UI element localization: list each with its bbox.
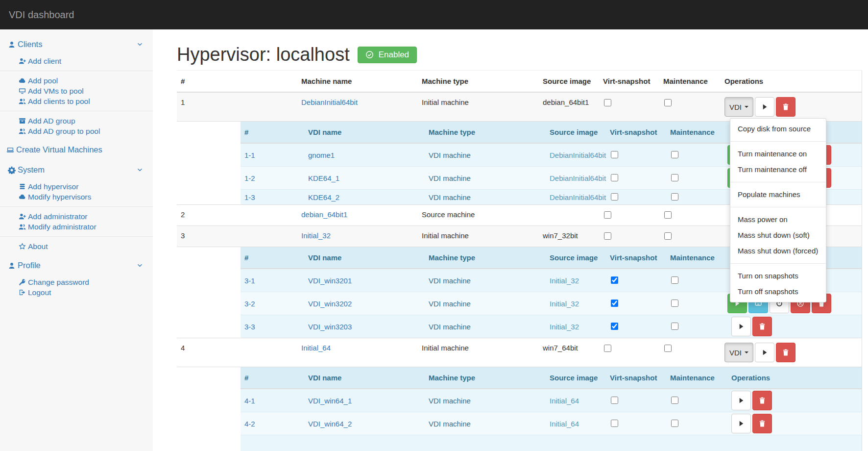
sidebar-item-add-client[interactable]: Add client bbox=[0, 56, 153, 66]
virt-snapshot-checkbox[interactable] bbox=[604, 211, 611, 219]
vdi-source-image-link[interactable]: DebianInitial64bit bbox=[550, 151, 606, 159]
vdi-source-image-link[interactable]: DebianInitial64bit bbox=[550, 193, 606, 201]
sidebar-item-logout[interactable]: Logout bbox=[0, 287, 153, 298]
delete-button[interactable] bbox=[776, 343, 796, 362]
maintenance-checkbox[interactable] bbox=[671, 174, 678, 181]
machine-num: 2 bbox=[177, 205, 297, 226]
machine-name-link[interactable]: Initial_64 bbox=[301, 344, 331, 352]
vdi-name-link[interactable]: KDE64_2 bbox=[308, 193, 339, 201]
delete-button[interactable] bbox=[752, 414, 772, 433]
sidebar-item-add-administrator[interactable]: Add administrator bbox=[0, 211, 153, 222]
vdi-name-link[interactable]: VDI_win3202 bbox=[308, 300, 352, 308]
start-button[interactable] bbox=[731, 414, 751, 433]
status-badge[interactable]: Enabled bbox=[358, 47, 417, 63]
maintenance-checkbox[interactable] bbox=[671, 420, 678, 427]
menu-item-populate-machines[interactable]: Populate machines bbox=[730, 187, 826, 202]
vdi-dropdown-button[interactable]: VDI bbox=[724, 97, 753, 117]
maintenance-checkbox[interactable] bbox=[664, 232, 672, 240]
vdi-source-image-link[interactable]: Initial_32 bbox=[550, 276, 579, 285]
vdi-table-header-row: #VDI nameMachine typeSource imageVirt-sn… bbox=[241, 367, 862, 389]
menu-item-turn-off-snapshots[interactable]: Turn off snapshots bbox=[730, 284, 826, 300]
sidebar-item-system[interactable]: System bbox=[0, 164, 153, 176]
maintenance-checkbox[interactable] bbox=[671, 193, 678, 200]
vdi-source-image-link[interactable]: Initial_64 bbox=[550, 420, 579, 428]
vdi-num-link[interactable]: 3-2 bbox=[244, 300, 255, 308]
vdi-source-image-link[interactable]: DebianInitial64bit bbox=[550, 174, 606, 182]
vdi-dropdown-button[interactable]: VDI bbox=[724, 343, 753, 362]
menu-item-mass-shut-down-soft[interactable]: Mass shut down (soft) bbox=[730, 227, 826, 243]
maintenance-checkbox[interactable] bbox=[664, 211, 672, 219]
vdi-name-link[interactable]: gnome1 bbox=[308, 151, 335, 159]
sidebar-item-modify-hypervisors[interactable]: Modify hypervisors bbox=[0, 192, 153, 202]
machine-name-link[interactable]: Initial_32 bbox=[301, 231, 331, 240]
sidebar-item-add-hypervisor[interactable]: Add hypervisor bbox=[0, 181, 153, 192]
start-button[interactable] bbox=[755, 97, 774, 117]
vdi-num-link[interactable]: 4-1 bbox=[244, 397, 255, 405]
vdi-name-link[interactable]: VDI_win3201 bbox=[308, 276, 352, 285]
vdi-name-link[interactable]: KDE64_1 bbox=[308, 174, 339, 182]
sidebar-item-create-virtual-machines[interactable]: Create Virtual Machines bbox=[0, 144, 153, 156]
sidebar-item-label: Add clients to pool bbox=[28, 96, 90, 106]
sidebar-item-profile[interactable]: Profile bbox=[0, 259, 153, 272]
vdi-num-link[interactable]: 3-3 bbox=[244, 323, 255, 331]
start-button[interactable] bbox=[731, 317, 751, 336]
start-button[interactable] bbox=[731, 391, 751, 410]
machine-source-image: win7_64bit bbox=[539, 338, 599, 367]
virt-snapshot-checkbox[interactable] bbox=[611, 174, 618, 181]
vdi-name-link[interactable]: VDI_win64_2 bbox=[308, 420, 352, 428]
virt-snapshot-checkbox[interactable] bbox=[611, 420, 618, 427]
sidebar-item-add-ad-group-to-pool[interactable]: Add AD group to pool bbox=[0, 126, 153, 136]
sidebar-item-about[interactable]: About bbox=[0, 241, 153, 251]
delete-button[interactable] bbox=[752, 317, 772, 336]
menu-divider bbox=[730, 182, 826, 182]
vdi-source-image-link[interactable]: Initial_32 bbox=[550, 323, 579, 331]
start-button[interactable] bbox=[755, 343, 774, 362]
maintenance-checkbox[interactable] bbox=[664, 345, 672, 352]
sidebar-item-add-clients-to-pool[interactable]: Add clients to pool bbox=[0, 96, 153, 106]
menu-divider bbox=[730, 207, 826, 207]
menu-item-copy-disk-from-source[interactable]: Copy disk from source bbox=[730, 121, 826, 137]
menu-item-turn-maintenance-off[interactable]: Turn maintenance off bbox=[730, 162, 826, 177]
virt-snapshot-checkbox[interactable] bbox=[611, 276, 618, 284]
machine-name-link[interactable]: debian_64bit1 bbox=[301, 210, 347, 219]
sidebar-item-add-pool[interactable]: Add pool bbox=[0, 75, 153, 86]
menu-item-mass-shut-down-forced[interactable]: Mass shut down (forced) bbox=[730, 243, 826, 259]
vdi-machine-type: VDI machine bbox=[425, 389, 546, 412]
maintenance-checkbox[interactable] bbox=[671, 276, 678, 284]
virt-snapshot-checkbox[interactable] bbox=[604, 345, 611, 352]
menu-item-mass-power-on[interactable]: Mass power on bbox=[730, 212, 826, 227]
vdi-source-image-link[interactable]: Initial_32 bbox=[550, 300, 579, 308]
delete-button[interactable] bbox=[776, 97, 796, 117]
sidebar-item-modify-administrator[interactable]: Modify administrator bbox=[0, 222, 153, 232]
maintenance-checkbox[interactable] bbox=[671, 323, 678, 330]
vdi-num-link[interactable]: 1-3 bbox=[244, 193, 255, 201]
vdi-name-link[interactable]: VDI_win64_1 bbox=[308, 397, 352, 405]
virt-snapshot-checkbox[interactable] bbox=[611, 323, 618, 330]
vdi-num-link[interactable]: 1-2 bbox=[244, 174, 255, 182]
virt-snapshot-checkbox[interactable] bbox=[611, 300, 618, 307]
maintenance-checkbox[interactable] bbox=[664, 99, 672, 106]
vdi-num-link[interactable]: 1-1 bbox=[244, 151, 255, 159]
sidebar-item-clients[interactable]: Clients bbox=[0, 38, 153, 50]
sidebar-item-label: About bbox=[28, 241, 48, 251]
maintenance-checkbox[interactable] bbox=[671, 151, 678, 158]
menu-item-turn-maintenance-on[interactable]: Turn maintenance on bbox=[730, 146, 826, 162]
sidebar-item-change-password[interactable]: Change password bbox=[0, 277, 153, 287]
vdi-source-image-link[interactable]: Initial_64 bbox=[550, 397, 579, 405]
virt-snapshot-checkbox[interactable] bbox=[611, 397, 618, 404]
maintenance-checkbox[interactable] bbox=[671, 397, 678, 404]
virt-snapshot-checkbox[interactable] bbox=[611, 151, 618, 158]
machine-name-link[interactable]: DebianInitial64bit bbox=[301, 98, 358, 106]
delete-button[interactable] bbox=[752, 391, 772, 410]
vdi-num-link[interactable]: 3-1 bbox=[244, 276, 255, 285]
virt-snapshot-checkbox[interactable] bbox=[604, 99, 611, 106]
play-icon bbox=[761, 349, 769, 356]
vdi-num-link[interactable]: 4-2 bbox=[244, 420, 255, 428]
menu-item-turn-on-snapshots[interactable]: Turn on snapshots bbox=[730, 268, 826, 284]
virt-snapshot-checkbox[interactable] bbox=[611, 193, 618, 200]
sidebar-item-add-vms-to-pool[interactable]: Add VMs to pool bbox=[0, 86, 153, 96]
sidebar-item-add-ad-group[interactable]: Add AD group bbox=[0, 116, 153, 126]
virt-snapshot-checkbox[interactable] bbox=[604, 232, 611, 240]
vdi-name-link[interactable]: VDI_win3203 bbox=[308, 323, 352, 331]
maintenance-checkbox[interactable] bbox=[671, 300, 678, 307]
